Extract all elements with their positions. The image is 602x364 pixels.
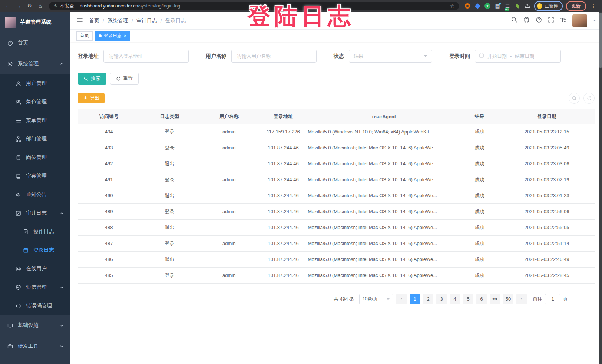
page-button-6[interactable]: 6: [476, 294, 487, 304]
cell-log-type: 登录: [140, 267, 199, 283]
page-button-50[interactable]: 50: [503, 294, 513, 304]
sidebar-item-announcement[interactable]: 通知公告: [0, 185, 70, 204]
sidebar-item-dictionary-management[interactable]: 字典管理: [0, 167, 70, 185]
github-icon[interactable]: [523, 17, 530, 24]
tag-close-icon[interactable]: ×: [124, 34, 126, 38]
back-icon[interactable]: ←: [3, 1, 13, 11]
scrollbar-thumb[interactable]: [599, 13, 602, 68]
sidebar-item-label: 审计日志: [26, 210, 47, 216]
address-bar[interactable]: ⚠ 不安全 dashboard.yudao.iocoder.cn/system/…: [49, 2, 459, 10]
refresh-button[interactable]: [583, 93, 595, 104]
header-search-icon[interactable]: [511, 17, 517, 24]
user-icon: [16, 81, 21, 86]
grid-extension-icon[interactable]: ▦: [494, 3, 501, 9]
goto-page-input[interactable]: [545, 294, 560, 304]
sidebar-item-home[interactable]: 首页: [0, 33, 70, 53]
list-extension-icon[interactable]: ☰on: [504, 3, 511, 9]
username-input[interactable]: [231, 50, 317, 63]
green-heart-extension-icon[interactable]: ♥: [484, 3, 491, 9]
cell-login-address: 101.87.244.46: [259, 251, 308, 267]
cell-login-date: 2021-05-03 22:55:05: [499, 219, 595, 235]
breadcrumb-separator: /: [103, 18, 104, 24]
sidebar-item-error-code-management[interactable]: 错误码管理: [0, 297, 70, 315]
cell-log-type: 登录: [140, 203, 199, 219]
sidebar-item-user-management[interactable]: 用户管理: [0, 74, 70, 93]
cell-login-date: 2021-05-03 22:56:06: [499, 203, 595, 219]
fullscreen-icon[interactable]: [548, 17, 554, 24]
sidebar-item-department-management[interactable]: 部门管理: [0, 130, 70, 148]
sidebar-item-infrastructure[interactable]: 基础设施: [0, 315, 70, 336]
forward-icon[interactable]: →: [14, 1, 24, 11]
cell-user-agent: Mozilla/5.0 (Macintosh; Intel Mac OS X 1…: [308, 188, 460, 203]
page-size-select[interactable]: 10条/页: [359, 294, 393, 304]
users-icon: [16, 99, 21, 105]
more-pages-button[interactable]: •••: [490, 294, 500, 304]
sidebar-item-sms-management[interactable]: 短信管理: [0, 278, 70, 297]
cell-user-agent: Mozilla/5.0 (Windows NT 10.0; Win64; x64…: [308, 124, 460, 140]
sprout-extension-icon[interactable]: [514, 3, 521, 9]
user-avatar[interactable]: [572, 14, 587, 27]
home-icon[interactable]: ⌂: [35, 1, 45, 11]
update-browser-button[interactable]: 更新: [566, 1, 586, 11]
page-button-5[interactable]: 5: [463, 294, 473, 304]
tag-home[interactable]: 首页: [76, 31, 93, 41]
font-size-icon[interactable]: [560, 17, 566, 24]
toggle-search-button[interactable]: [569, 93, 580, 104]
cell-login-date: 2021-05-03 23:02:19: [499, 172, 595, 188]
orange-ring-extension-icon[interactable]: [464, 3, 471, 9]
goto-label: 前往: [533, 296, 542, 302]
cell-log-type: 登录: [140, 124, 199, 140]
breadcrumb-item[interactable]: 系统管理: [108, 17, 128, 24]
page-scrollbar[interactable]: [599, 12, 602, 364]
search-button[interactable]: 搜索: [78, 73, 106, 85]
reload-icon[interactable]: ↻: [24, 1, 34, 11]
sidebar-logo-row[interactable]: 芋道管理系统: [0, 12, 70, 33]
browser-menu-kebab-icon[interactable]: ⋮: [589, 3, 598, 9]
cell-login-address: 117.159.17.226: [259, 124, 308, 140]
sidebar-item-menu-management[interactable]: 菜单管理: [0, 111, 70, 130]
page-button-4[interactable]: 4: [450, 294, 460, 304]
cell-username: admin: [199, 124, 259, 140]
sidebar-item-operation-log[interactable]: 操作日志: [0, 222, 70, 241]
breadcrumb-item[interactable]: 审计日志: [136, 17, 157, 24]
cell-username: admin: [199, 267, 259, 283]
extensions-puzzle-icon[interactable]: [524, 3, 531, 9]
reset-button[interactable]: 重置: [110, 73, 139, 85]
not-secure-label[interactable]: 不安全: [60, 3, 77, 9]
table-row: 486 退出 101.87.244.46 Mozilla/5.0 (Macint…: [78, 251, 595, 267]
url-text[interactable]: dashboard.yudao.iocoder.cn/system/log/lo…: [80, 3, 180, 9]
collapse-sidebar-icon[interactable]: [76, 17, 83, 25]
breadcrumb-item[interactable]: 首页: [89, 17, 99, 24]
date-range-separator: -: [510, 53, 512, 59]
login-time-range-picker[interactable]: 开始日期 - 结束日期: [475, 50, 561, 63]
export-button[interactable]: 导出: [78, 93, 105, 103]
sidebar-item-login-log[interactable]: 登录日志: [0, 241, 70, 259]
login-address-input[interactable]: [103, 50, 189, 63]
tag-login-log[interactable]: 登录日志 ×: [95, 31, 130, 41]
status-select[interactable]: 结果: [349, 50, 432, 63]
cell-login-address: 101.87.244.46: [259, 203, 308, 219]
sidebar-item-audit-log[interactable]: 审计日志: [0, 204, 70, 222]
help-icon[interactable]: [536, 17, 542, 24]
avatar-caret-down-icon[interactable]: [593, 20, 596, 21]
blue-gem-extension-icon[interactable]: [474, 3, 481, 9]
url-path: /system/log/login-log: [138, 3, 180, 9]
cell-result: 成功: [460, 267, 499, 283]
page-button-1[interactable]: 1: [410, 294, 420, 304]
sidebar-item-dev-tools[interactable]: 研发工具: [0, 336, 70, 357]
page-button-2[interactable]: 2: [423, 294, 433, 304]
sidebar-item-system-management[interactable]: 系统管理: [0, 53, 70, 74]
prev-page-button[interactable]: ‹: [396, 294, 407, 304]
sidebar-item-online-users[interactable]: 在线用户: [0, 259, 70, 278]
table-row: 485 登录 admin 101.87.244.46 Mozilla/5.0 (…: [78, 267, 595, 283]
cell-login-date: 2021-05-03 22:28:45: [499, 267, 595, 283]
sidebar-item-label: 操作日志: [33, 228, 54, 235]
header-login-address: 登录地址: [259, 109, 308, 124]
sidebar-item-post-management[interactable]: 岗位管理: [0, 148, 70, 167]
bookmark-star-icon[interactable]: ☆: [450, 3, 454, 9]
page-button-3[interactable]: 3: [436, 294, 447, 304]
paused-extension-pill[interactable]: 已暂停: [534, 1, 563, 11]
breadcrumb-separator: /: [132, 18, 133, 24]
next-page-button[interactable]: ›: [516, 294, 527, 304]
sidebar-item-role-management[interactable]: 角色管理: [0, 93, 70, 111]
